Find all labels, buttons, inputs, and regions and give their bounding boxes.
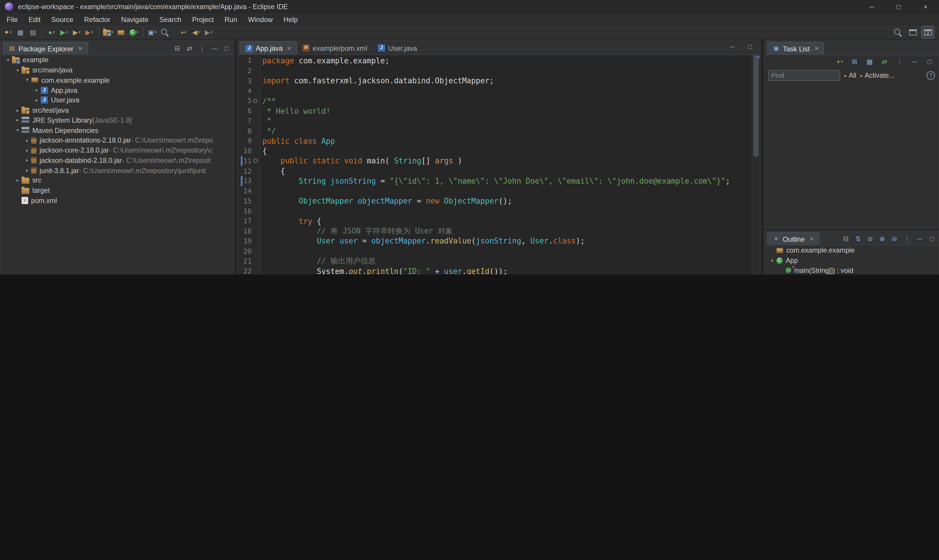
save-button[interactable]: ▦ <box>14 26 26 38</box>
expand-arrow-icon[interactable]: ▸ <box>23 168 31 173</box>
menu-edit[interactable]: Edit <box>23 13 46 25</box>
explorer-item-jackson-core-2.18.0.jar[interactable]: ▸jackson-core-2.18.0.jar - C:\Users\meow… <box>1 145 233 155</box>
gutter-cell[interactable]: 1 <box>238 56 261 66</box>
scheduled-view-button[interactable]: ▦ <box>863 56 876 68</box>
menu-refactor[interactable]: Refactor <box>79 13 116 25</box>
scope-all[interactable]: ▸ All <box>845 72 856 79</box>
new-package-button[interactable] <box>115 26 127 38</box>
outline-item-app[interactable]: ▾CApp <box>765 255 938 266</box>
maximize-view-button[interactable]: □ <box>928 234 936 244</box>
code-text[interactable]: // 输出用户信息 <box>262 256 376 266</box>
menu-run[interactable]: Run <box>219 13 242 25</box>
java-perspective-button[interactable]: J <box>922 26 934 38</box>
explorer-item-src-test-java[interactable]: ▸src/test/java <box>1 105 233 115</box>
explorer-item-example[interactable]: ▾example <box>1 55 233 65</box>
minimize-button[interactable]: ─ <box>858 0 885 13</box>
run-button[interactable]: ▶▾ <box>58 26 70 38</box>
explorer-item-junit-3.8.1.jar[interactable]: ▸junit-3.8.1.jar - C:\Users\meowr\.m2\re… <box>1 165 233 175</box>
expand-arrow-icon[interactable]: ▸ <box>33 97 41 103</box>
expand-arrow-icon[interactable]: ▸ <box>33 88 41 93</box>
gutter-cell[interactable]: 15 <box>238 196 261 206</box>
last-edit-location-button[interactable]: ↩ <box>177 26 189 38</box>
find-input[interactable] <box>768 70 840 81</box>
expand-arrow-icon[interactable]: ▸ <box>23 148 31 153</box>
code-text[interactable]: User user = objectMapper.readValue(jsonS… <box>262 237 585 246</box>
gutter-cell[interactable]: 7 <box>238 116 261 126</box>
view-menu-button[interactable]: ⋮ <box>903 234 912 244</box>
new-task-button[interactable]: +▾ <box>834 56 846 68</box>
editor-vertical-scrollbar[interactable] <box>752 55 760 275</box>
back-button[interactable]: ◀▾ <box>190 26 202 38</box>
code-text[interactable]: { <box>262 146 267 155</box>
code-text[interactable]: */ <box>262 126 276 135</box>
gutter-cell[interactable]: 8 <box>238 126 261 136</box>
editor-tab-example-pom.xml[interactable]: Mexample/pom.xml <box>297 42 373 55</box>
minimize-view-button[interactable]: ─ <box>908 56 920 68</box>
gutter-cell[interactable]: 17 <box>238 216 261 226</box>
menu-source[interactable]: Source <box>46 13 79 25</box>
editor-tab-user.java[interactable]: JUser.java <box>373 42 422 55</box>
menu-window[interactable]: Window <box>243 13 278 25</box>
external-tools-button[interactable]: ▶▾ <box>83 26 96 38</box>
gutter-cell[interactable]: 22 <box>238 266 261 275</box>
explorer-item-app.java[interactable]: ▸JApp.java <box>1 85 233 95</box>
hide-fields-button[interactable]: ⊘ <box>866 234 874 244</box>
fold-marker-icon[interactable] <box>253 159 257 163</box>
outline-view-tab[interactable]: ≡ Outline × <box>767 232 819 245</box>
code-text[interactable]: * <box>262 117 271 126</box>
maximize-view-button[interactable]: □ <box>223 44 231 53</box>
open-perspective-button[interactable] <box>907 26 919 38</box>
link-with-editor-button[interactable]: ⇄ <box>185 44 193 53</box>
collapse-arrow-icon[interactable]: ▾ <box>23 77 31 83</box>
gutter-cell[interactable]: 3 <box>238 76 261 86</box>
minimize-view-button[interactable]: ─ <box>916 234 924 244</box>
task-list-view-tab[interactable]: ▣ Task List × <box>767 42 824 55</box>
gutter-cell[interactable]: 2 <box>238 66 261 76</box>
code-text[interactable]: String jsonString = "{\"id\": 1, \"name\… <box>262 177 730 186</box>
print-button[interactable]: ▤ <box>27 26 39 38</box>
code-text[interactable]: ObjectMapper objectMapper = new ObjectMa… <box>262 197 512 206</box>
minimize-view-button[interactable]: ─ <box>211 44 219 53</box>
menu-help[interactable]: Help <box>278 13 303 25</box>
hide-non-public-members-button[interactable]: ⊖ <box>890 234 898 244</box>
hide-static-members-button[interactable]: ⊗ <box>878 234 886 244</box>
gutter-cell[interactable]: 12 <box>238 166 261 176</box>
expand-arrow-icon[interactable]: ▸ <box>14 118 22 123</box>
outline-item-main-string-void[interactable]: Smain(String[]) : void <box>765 266 938 275</box>
close-view-icon[interactable]: × <box>809 235 814 242</box>
debug-button[interactable]: ●▾ <box>46 26 57 38</box>
explorer-item-pom.xml[interactable]: xpom.xml <box>1 195 233 205</box>
explorer-item-src[interactable]: ▸src <box>1 175 233 185</box>
gutter-cell[interactable]: 9 <box>238 136 261 146</box>
gutter-cell[interactable]: 5 <box>238 95 261 106</box>
coverage-button[interactable]: ▶▾ <box>71 26 83 38</box>
view-menu-button[interactable]: ⋮ <box>893 56 905 68</box>
explorer-item-jre-system-library[interactable]: ▸JRE System Library [JavaSE-1.8] <box>1 115 233 125</box>
collapse-all-button[interactable]: ⊟ <box>842 234 850 244</box>
code-text[interactable]: /** <box>262 96 276 105</box>
fold-column[interactable] <box>251 98 259 103</box>
menu-navigate[interactable]: Navigate <box>116 13 154 25</box>
help-icon[interactable]: ? <box>927 71 935 80</box>
expand-arrow-icon[interactable]: ▸ <box>23 157 31 163</box>
collapse-arrow-icon[interactable]: ▾ <box>14 68 22 73</box>
code-text[interactable]: try { <box>262 217 321 226</box>
gutter-cell[interactable]: 18 <box>238 226 261 236</box>
maximize-view-button[interactable]: □ <box>924 56 936 68</box>
new-java-project-button[interactable]: ▾ <box>102 26 114 38</box>
gutter-cell[interactable]: 20 <box>238 246 261 256</box>
view-menu-button[interactable]: ⋮ <box>197 44 207 53</box>
expand-arrow-icon[interactable]: ▸ <box>14 178 22 183</box>
collapse-all-button[interactable]: ⊟ <box>173 44 181 53</box>
gutter-cell[interactable]: 10 <box>238 146 261 156</box>
gutter-cell[interactable]: 16 <box>238 206 261 216</box>
menu-file[interactable]: File <box>1 13 23 25</box>
gutter-cell[interactable]: 11 <box>238 156 261 166</box>
code-text[interactable]: import com.fasterxml.jackson.databind.Ob… <box>262 76 494 85</box>
gutter-cell[interactable]: 4 <box>238 86 261 95</box>
code-text[interactable]: * Hello world! <box>262 106 330 115</box>
maximize-editor-button[interactable]: □ <box>744 41 756 53</box>
open-task-button[interactable]: ▣▾ <box>146 26 158 38</box>
code-text[interactable]: // 将 JSON 字符串转换为 User 对象 <box>262 226 453 236</box>
sort-button[interactable]: ⇅ <box>854 234 862 244</box>
